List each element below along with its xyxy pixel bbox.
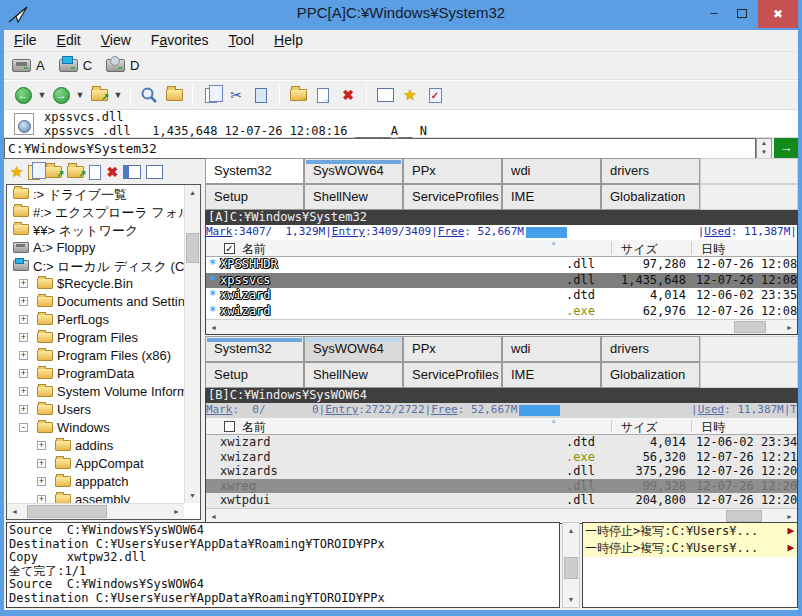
copy-button[interactable] [200,84,222,106]
list-view-button[interactable] [374,84,396,106]
tree-item--[interactable]: :> ドライブ一覧 [7,185,184,203]
scrollbar-thumb[interactable] [734,321,766,333]
menu-view[interactable]: View [91,30,141,51]
expand-icon[interactable]: + [37,459,46,468]
tab-wdi[interactable]: wdi [502,336,601,362]
copy-to-folder-button[interactable] [163,84,185,106]
scroll-right-icon[interactable]: ► [173,508,180,515]
expand-icon[interactable]: + [19,279,28,288]
tree-item-programdata[interactable]: +ProgramData [7,365,184,383]
column-date[interactable]: 日時 [701,241,725,258]
tree-item-users[interactable]: +Users [7,401,184,419]
tree-item-system-volume-inform[interactable]: +System Volume Inform [7,383,184,401]
tree-horizontal-scrollbar[interactable]: ◄ ► [7,503,184,519]
file-row-xwtpdui.dll[interactable]: xwtpdui.dll204,80012-07-26 12:20 [206,493,797,508]
tab-serviceprofiles[interactable]: ServiceProfiles [403,184,502,210]
expand-icon[interactable]: + [19,387,28,396]
tree-item-program-files[interactable]: +Program Files [7,329,184,347]
go-button[interactable]: → [774,138,798,159]
tab-syswow64[interactable]: SysWOW64 [304,158,403,184]
tab-ppx[interactable]: PPx [403,336,502,362]
file-row-xwizard.exe[interactable]: xwizard.exe56,32012-07-26 12:21 [206,450,797,465]
scroll-left-icon[interactable]: ◄ [11,508,18,515]
tab-system32[interactable]: System32 [205,158,304,184]
tree-item--[interactable]: ¥¥> ネットワーク [7,221,184,239]
tree-item-appcompat[interactable]: +AppCompat [7,455,184,473]
address-input[interactable] [4,138,756,159]
select-all-checkbox[interactable] [224,421,235,432]
tab-serviceprofiles[interactable]: ServiceProfiles [403,362,502,388]
column-size[interactable]: サイズ [621,419,658,436]
file-row-xwizards.dll[interactable]: xwizards.dll375,29612-07-26 12:20 [206,464,797,479]
paste-button[interactable] [250,84,272,106]
tab-syswow64[interactable]: SysWOW64 [304,336,403,362]
copy-pages-icon[interactable] [28,165,40,180]
tree-item-windows[interactable]: -Windows [7,419,184,437]
scrollbar-thumb[interactable] [564,557,578,579]
resume-play-icon[interactable]: ▶ [787,540,794,556]
column-name[interactable]: 名前 [242,241,266,258]
expand-icon[interactable]: + [37,477,46,486]
drive-button-a[interactable]: A [12,58,45,73]
move-to-folder-button[interactable]: → [287,84,309,106]
file-row-xwreg.dll[interactable]: xwreg.dll99,32812-07-26 12:20 [206,479,797,494]
new-page-icon[interactable] [89,165,101,180]
forward-button[interactable]: → [50,84,72,106]
tree-item-addins[interactable]: +addins [7,437,184,455]
collapse-icon[interactable]: - [19,423,28,432]
back-menu-icon[interactable]: ▼ [37,90,47,100]
expand-icon[interactable]: + [19,315,28,324]
expand-icon[interactable]: + [19,405,28,414]
column-date[interactable]: 日時 [701,419,725,436]
tab-shellnew[interactable]: ShellNew [304,184,403,210]
close-button[interactable]: ✖ [758,0,798,28]
minimize-button[interactable]: – [702,0,726,28]
tab-globalization[interactable]: Globalization [601,184,700,210]
detail-view-icon[interactable] [123,165,141,179]
delete-button[interactable]: ✖ [337,84,359,106]
pane-b-horizontal-scrollbar[interactable]: ◄ ► [206,508,797,523]
expand-icon[interactable]: + [37,441,46,450]
tab-setup[interactable]: Setup [205,362,304,388]
tab-setup[interactable]: Setup [205,184,304,210]
expand-icon[interactable]: + [19,297,28,306]
drive-button-c[interactable]: C [59,58,92,73]
expand-icon[interactable]: + [37,495,46,503]
file-row-xwizard.dtd[interactable]: *xwizard.dtd4,01412-06-02 23:35 [206,288,797,304]
open-folder-alt-icon[interactable]: ↗ [67,166,84,178]
tree-item-program-files-x86-[interactable]: +Program Files (x86) [7,347,184,365]
scroll-up-icon[interactable]: ▲ [563,527,579,534]
list-view-icon[interactable] [146,165,163,179]
cut-button[interactable]: ✂ [225,84,247,106]
file-row-xpsshhdr.dll[interactable]: *XPSSHHDR.dll97,28012-07-26 12:08 [206,257,797,273]
scrollbar-thumb[interactable] [726,510,762,522]
favorites-button[interactable]: ★ [399,84,421,106]
scroll-left-icon[interactable]: ◄ [210,324,217,331]
back-button[interactable]: ← [12,84,34,106]
column-size[interactable]: サイズ [621,241,658,258]
scrollbar-thumb[interactable] [186,233,199,263]
menu-help[interactable]: Help [264,30,313,51]
scrollbar-thumb[interactable] [27,505,107,518]
scroll-left-icon[interactable]: ◄ [210,513,217,520]
expand-icon[interactable]: + [19,369,28,378]
up-folder-button[interactable]: ↗ [88,84,110,106]
log-vertical-scrollbar[interactable]: ▲ ▼ [562,522,580,608]
tab-system32[interactable]: System32 [205,336,304,362]
tree-item-c-c-[interactable]: C:> ローカル ディスク (C:) [7,257,184,275]
scroll-down-icon[interactable]: ▼ [563,596,579,603]
menu-edit[interactable]: Edit [47,30,91,51]
file-row-xwizard.exe[interactable]: *xwizard.exe62,97612-07-26 12:08 [206,304,797,320]
paused-task-row[interactable]: 一時停止>複写:C:¥Users¥...▶ [583,540,797,557]
check-list-button[interactable]: ✓ [424,84,446,106]
tree-item-assembly[interactable]: +assembly [7,491,184,503]
tree-item-perflogs[interactable]: +PerfLogs [7,311,184,329]
pane-a-horizontal-scrollbar[interactable]: ◄ ► [206,319,797,334]
file-row-xwizard.dtd[interactable]: xwizard.dtd4,01412-06-02 23:34 [206,435,797,450]
scroll-right-icon[interactable]: ► [786,513,793,520]
up-folder-menu-icon[interactable]: ▼ [113,90,123,100]
resume-play-icon[interactable]: ▶ [787,523,794,539]
tab-drivers[interactable]: drivers [601,336,700,362]
tree-item-a-floppy[interactable]: A:> Floppy [7,239,184,257]
tree-item-documents-and-setting[interactable]: +Documents and Setting [7,293,184,311]
